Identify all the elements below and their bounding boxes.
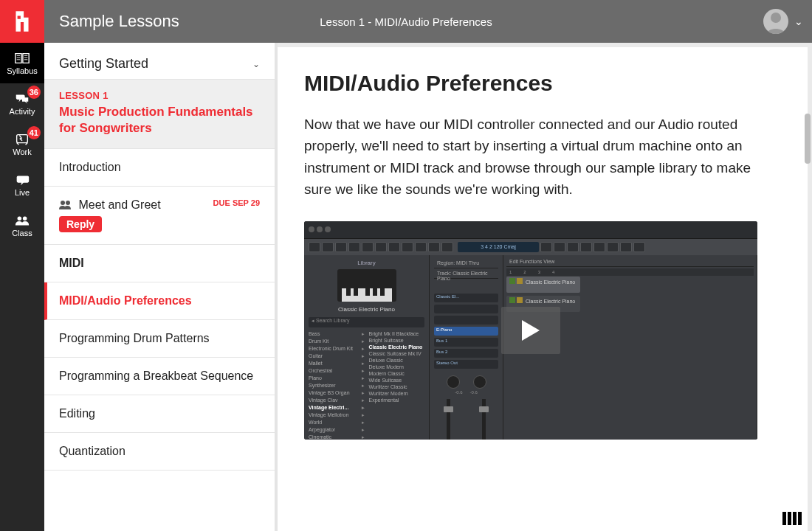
section-header[interactable]: Getting Started ⌄ bbox=[44, 43, 275, 80]
lesson-sidebar: Getting Started ⌄ LESSON 1 Music Product… bbox=[44, 43, 278, 531]
badge: 41 bbox=[27, 126, 41, 139]
due-date: DUE SEP 29 bbox=[213, 198, 260, 207]
content-pane: MIDI/Audio Preferences Now that we have … bbox=[278, 47, 808, 531]
topic-label: Meet and Greet bbox=[78, 198, 160, 211]
topic-meet-and-greet[interactable]: Meet and Greet DUE SEP 29 Reply bbox=[44, 187, 275, 245]
page-title: MIDI/Audio Preferences bbox=[304, 71, 781, 96]
svg-point-5 bbox=[66, 201, 70, 205]
instrument-thumbnail bbox=[337, 269, 396, 302]
nav-class[interactable]: Class bbox=[0, 205, 44, 246]
daw-channel-strip: Region: MIDI Thru Track: Classic Electri… bbox=[430, 255, 503, 440]
page-body: Now that we have our MIDI controller con… bbox=[304, 114, 781, 201]
library-heading: Library bbox=[309, 260, 424, 266]
brand-logo[interactable] bbox=[0, 0, 44, 43]
left-nav: Syllabus 36 Activity 41 Work Live Class bbox=[0, 43, 44, 531]
nav-live[interactable]: Live bbox=[0, 164, 44, 205]
section-title: Getting Started bbox=[59, 56, 148, 72]
topic-editing[interactable]: Editing bbox=[44, 395, 275, 433]
app-header: Sample Lessons Lesson 1 - MIDI/Audio Pre… bbox=[0, 0, 812, 43]
piano-widget-icon[interactable] bbox=[782, 512, 803, 527]
library-search: ◂ Search Library bbox=[309, 317, 424, 327]
topic-programming-breakbeat[interactable]: Programming a Breakbeat Sequence bbox=[44, 358, 275, 395]
chevron-down-icon: ⌄ bbox=[252, 59, 260, 69]
nav-activity[interactable]: 36 Activity bbox=[0, 83, 44, 124]
scrollbar[interactable] bbox=[805, 47, 812, 195]
topic-introduction[interactable]: Introduction bbox=[44, 149, 275, 187]
video-player[interactable]: 3 4 2 120 Cmaj Library Classic Electric … bbox=[304, 221, 757, 440]
lcd-display: 3 4 2 120 Cmaj bbox=[458, 242, 539, 252]
nav-work[interactable]: 41 Work bbox=[0, 124, 44, 164]
nav-label: Live bbox=[15, 188, 30, 197]
lesson-eyebrow: LESSON 1 bbox=[59, 90, 260, 101]
badge: 36 bbox=[27, 86, 41, 99]
svg-rect-1 bbox=[17, 134, 28, 142]
nav-syllabus[interactable]: Syllabus bbox=[0, 43, 44, 83]
reply-button[interactable]: Reply bbox=[59, 216, 102, 232]
avatar[interactable] bbox=[763, 9, 788, 34]
instrument-name: Classic Electric Piano bbox=[309, 306, 424, 313]
lesson-header[interactable]: LESSON 1 Music Production Fundamentals f… bbox=[44, 80, 275, 149]
people-icon bbox=[59, 200, 72, 210]
nav-label: Work bbox=[13, 148, 31, 156]
play-button[interactable] bbox=[501, 307, 560, 354]
svg-point-0 bbox=[771, 13, 781, 23]
topic-midi[interactable]: MIDI bbox=[44, 245, 275, 282]
topic-programming-drum-patterns[interactable]: Programming Drum Patterns bbox=[44, 320, 275, 358]
user-menu-chevron-icon[interactable]: ⌄ bbox=[794, 15, 803, 27]
lesson-title: Music Production Fundamentals for Songwr… bbox=[59, 104, 260, 136]
svg-point-4 bbox=[61, 201, 65, 205]
daw-titlebar bbox=[304, 221, 757, 239]
topic-quantization[interactable]: Quantization bbox=[44, 433, 275, 471]
header-title: Sample Lessons bbox=[59, 12, 179, 31]
nav-label: Class bbox=[12, 229, 32, 237]
svg-point-3 bbox=[23, 216, 27, 221]
nav-label: Syllabus bbox=[7, 66, 38, 75]
daw-toolbar: 3 4 2 120 Cmaj bbox=[304, 239, 757, 255]
nav-label: Activity bbox=[10, 107, 35, 116]
topic-midi-audio-preferences[interactable]: MIDI/Audio Preferences bbox=[44, 282, 275, 320]
daw-library-panel: Library Classic Electric Piano ◂ Search … bbox=[304, 255, 430, 440]
svg-point-2 bbox=[18, 216, 21, 221]
